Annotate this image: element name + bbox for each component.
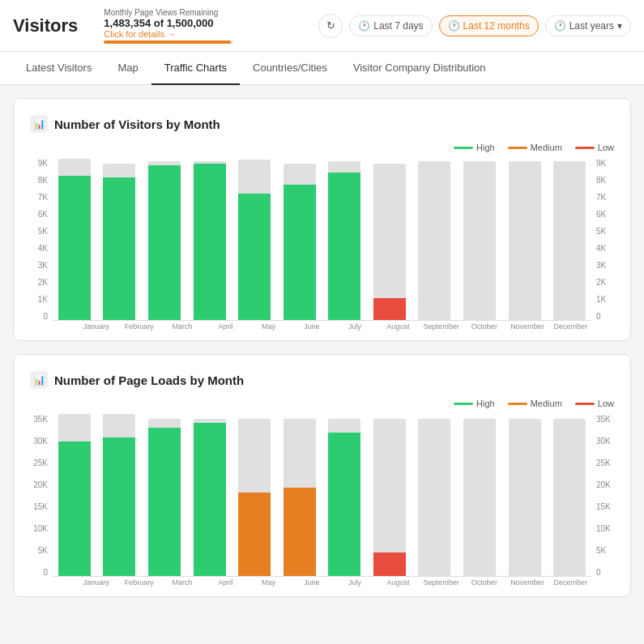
bar-red — [373, 552, 406, 576]
x-label: April — [205, 577, 246, 586]
bar-future — [238, 160, 271, 194]
y-label-right: 25K — [596, 458, 614, 467]
clock-icon: 🕐 — [358, 20, 370, 32]
bar-group — [413, 159, 457, 320]
pageloads-x-labels: JanuaryFebruaryMarchAprilMayJuneJulyAugu… — [75, 577, 591, 586]
bar-future — [418, 161, 450, 320]
bar-stack — [58, 414, 91, 576]
bar-group — [368, 159, 412, 320]
last7-label: Last 7 days — [373, 20, 423, 32]
y-label: 25K — [30, 458, 48, 467]
tab-countries-cities[interactable]: Countries/Cities — [240, 52, 340, 85]
tab-map[interactable]: Map — [104, 52, 151, 85]
bar-future — [148, 419, 181, 428]
lastyears-button[interactable]: 🕐 Last years ▾ — [545, 15, 631, 36]
tab-traffic-charts[interactable]: Traffic Charts — [151, 52, 240, 85]
tab-latest-visitors[interactable]: Latest Visitors — [13, 52, 104, 85]
pageloads-chart-icon: 📊 — [30, 371, 48, 389]
bar-green — [148, 165, 181, 320]
bar-orange — [284, 488, 316, 576]
bar-stack — [238, 419, 271, 576]
x-label: May — [248, 321, 289, 331]
bar-stack — [194, 419, 226, 576]
page-views-count: 1,483,354 of 1,500,000 — [104, 17, 233, 29]
bar-future — [553, 161, 586, 320]
bar-group — [188, 159, 232, 320]
last12-button[interactable]: 🕐 Last 12 months — [439, 15, 539, 36]
last7-button[interactable]: 🕐 Last 7 days — [349, 15, 432, 36]
bar-future — [553, 419, 586, 576]
x-label: June — [291, 577, 332, 586]
visitors-chart-title: Number of Visitors by Month — [54, 117, 220, 131]
bar-group — [548, 415, 591, 576]
bar-stack — [373, 164, 406, 320]
bar-group — [503, 415, 547, 576]
refresh-button[interactable]: ↻ — [318, 14, 343, 38]
legend-low-line — [575, 147, 595, 149]
bar-green — [58, 441, 91, 576]
bar-future — [103, 414, 135, 437]
x-label: June — [291, 321, 332, 331]
bar-stack — [418, 419, 450, 576]
x-label: November — [507, 577, 548, 586]
x-label: March — [162, 577, 203, 586]
visitors-chart-wrapper: 01K2K3K4K5K6K7K8K9K JanuaryFebruaryMarch… — [30, 159, 614, 331]
bar-group — [53, 159, 96, 320]
visitors-chart-icon: 📊 — [30, 115, 48, 133]
y-label: 6K — [30, 210, 48, 219]
bar-stack — [418, 161, 450, 320]
bar-stack — [58, 159, 91, 320]
top-bar: Visitors Monthly Page Views Remaining 1,… — [0, 0, 644, 52]
visitors-chart-header: 📊 Number of Visitors by Month — [30, 115, 614, 133]
bar-stack — [463, 419, 496, 576]
click-for-details-link[interactable]: Click for details → — [104, 29, 233, 39]
bar-group — [278, 159, 322, 320]
pl-legend-medium-label: Medium — [531, 399, 562, 408]
y-label: 7K — [30, 193, 48, 202]
bar-stack — [284, 164, 316, 320]
app-title: Visitors — [13, 15, 78, 36]
page-views-block: Monthly Page Views Remaining 1,483,354 o… — [104, 8, 233, 44]
bar-future — [58, 159, 91, 176]
bar-future — [373, 164, 406, 299]
y-label-right: 0 — [596, 568, 614, 577]
pageloads-y-axis: 05K10K15K20K25K30K35K — [30, 415, 53, 577]
bar-stack — [148, 419, 181, 576]
y-label-right: 15K — [596, 502, 614, 511]
bar-future — [328, 161, 360, 172]
x-label: December — [550, 321, 591, 331]
bar-stack — [509, 419, 541, 576]
chevron-down-icon: ▾ — [617, 20, 622, 32]
y-label: 10K — [30, 524, 48, 533]
bar-group — [278, 415, 322, 576]
bar-future — [284, 419, 316, 488]
bar-group — [188, 415, 232, 576]
x-label: October — [463, 321, 505, 331]
nav-tabs: Latest Visitors Map Traffic Charts Count… — [0, 52, 644, 85]
bar-group — [503, 159, 547, 320]
bar-green — [103, 177, 135, 320]
pageloads-chart-card: 📊 Number of Page Loads by Month High Med… — [13, 354, 631, 597]
pageloads-bars-row — [53, 415, 591, 577]
bar-stack — [463, 161, 496, 320]
pl-legend-high-label: High — [476, 399, 495, 408]
clock-icon-2: 🕐 — [448, 20, 460, 32]
y-label-right: 5K — [596, 227, 614, 236]
x-label: August — [377, 577, 419, 586]
x-label: March — [162, 321, 203, 331]
pl-legend-high: High — [454, 399, 495, 408]
legend-medium-label: Medium — [531, 143, 562, 152]
bar-stack — [194, 161, 226, 320]
bar-stack — [373, 419, 406, 576]
visitors-chart-area: JanuaryFebruaryMarchAprilMayJuneJulyAugu… — [53, 159, 591, 331]
bar-future — [418, 419, 450, 576]
tab-visitor-company[interactable]: Visitor Company Distribution — [340, 52, 499, 85]
visitors-bars-row — [53, 159, 591, 321]
bar-future — [463, 419, 496, 576]
x-label: September — [420, 577, 462, 586]
bar-stack — [553, 161, 586, 320]
legend-low-label: Low — [598, 143, 614, 152]
y-label-right: 9K — [596, 159, 614, 168]
x-label: November — [507, 321, 548, 331]
bar-stack — [328, 419, 360, 576]
